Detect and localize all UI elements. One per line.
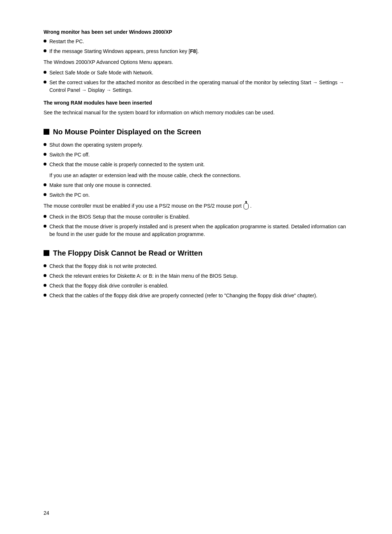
no-mouse-bullets-2: Make sure that only one mouse is connect…	[44, 182, 348, 199]
bullet-text: Select Safe Mode or Safe Mode with Netwo…	[49, 69, 348, 77]
ps2-text-after: .	[250, 203, 252, 209]
list-item: Check that the floppy disk drive control…	[44, 282, 348, 290]
wrong-monitor-title: Wrong monitor has been set under Windows…	[44, 29, 348, 35]
bullet-text: Check in the BIOS Setup that the mouse c…	[49, 213, 348, 221]
bullet-icon	[44, 284, 46, 287]
bullet-icon	[44, 163, 46, 166]
bullet-text: Shut down the operating system properly.	[49, 141, 348, 149]
floppy-heading-text: The Floppy Disk Cannot be Read or Writte…	[53, 249, 203, 257]
bullet-text: Restart the PC.	[49, 38, 348, 45]
mouse-port-icon	[244, 203, 249, 209]
list-item: Set the correct values for the attached …	[44, 79, 348, 94]
bullet-icon	[44, 264, 46, 267]
list-item: Switch the PC on.	[44, 191, 348, 199]
floppy-section: The Floppy Disk Cannot be Read or Writte…	[44, 249, 348, 299]
list-item: Restart the PC.	[44, 38, 348, 45]
no-mouse-heading-text: No Mouse Pointer Displayed on the Screen	[53, 128, 201, 136]
page-number: 24	[44, 510, 49, 516]
wrong-ram-title: The wrong RAM modules have been inserted	[44, 100, 348, 106]
wrong-ram-subsection: The wrong RAM modules have been inserted…	[44, 100, 348, 117]
section-square-icon	[44, 250, 49, 256]
bullet-icon	[44, 193, 46, 196]
section-square-icon	[44, 129, 49, 135]
bullet-text: Check that the mouse cable is properly c…	[49, 161, 348, 168]
list-item: Make sure that only one mouse is connect…	[44, 182, 348, 189]
list-item: If the message Starting Windows appears,…	[44, 48, 348, 55]
no-mouse-section: No Mouse Pointer Displayed on the Screen…	[44, 128, 348, 238]
bullet-icon	[44, 225, 46, 228]
page: Wrong monitor has been set under Windows…	[0, 0, 392, 534]
bullet-text: Check the relevant entries for Diskette …	[49, 272, 348, 280]
bullet-text: If the message Starting Windows appears,…	[49, 48, 348, 55]
wrong-monitor-subsection: Wrong monitor has been set under Windows…	[44, 29, 348, 94]
list-item: Check that the mouse cable is properly c…	[44, 161, 348, 168]
list-item: Shut down the operating system properly.	[44, 141, 348, 149]
bullet-text: Set the correct values for the attached …	[49, 79, 348, 94]
list-item: Check that the floppy disk is not write …	[44, 262, 348, 270]
list-item: Check in the BIOS Setup that the mouse c…	[44, 213, 348, 221]
bullet-text: Make sure that only one mouse is connect…	[49, 182, 348, 189]
bullet-text: Check that the floppy disk is not write …	[49, 262, 348, 270]
list-item: Switch the PC off.	[44, 151, 348, 159]
bullet-icon	[44, 71, 46, 74]
bullet-icon	[44, 294, 46, 297]
adapter-text: If you use an adapter or extension lead …	[49, 171, 348, 179]
bullet-text: Switch the PC on.	[49, 191, 348, 199]
floppy-bullets: Check that the floppy disk is not write …	[44, 262, 348, 299]
no-mouse-bullets-3: Check in the BIOS Setup that the mouse c…	[44, 213, 348, 238]
windows-menu-text: The Windows 2000/XP Advanced Options Men…	[44, 58, 348, 66]
bullet-icon	[44, 143, 46, 146]
wrong-monitor-bullets-2: Select Safe Mode or Safe Mode with Netwo…	[44, 69, 348, 94]
bullet-text: Check that the floppy disk drive control…	[49, 282, 348, 290]
floppy-heading: The Floppy Disk Cannot be Read or Writte…	[44, 249, 348, 257]
list-item: Check the relevant entries for Diskette …	[44, 272, 348, 280]
no-mouse-bullets-1: Shut down the operating system properly.…	[44, 141, 348, 168]
no-mouse-heading: No Mouse Pointer Displayed on the Screen	[44, 128, 348, 136]
wrong-ram-body: See the technical manual for the system …	[44, 109, 348, 117]
list-item: Select Safe Mode or Safe Mode with Netwo…	[44, 69, 348, 77]
bullet-text: Check that the cables of the floppy disk…	[49, 292, 348, 299]
list-item: Check that the cables of the floppy disk…	[44, 292, 348, 299]
ps2-text-before: The mouse controller must be enabled if …	[44, 203, 242, 209]
bullet-icon	[44, 215, 46, 218]
list-item: Check that the mouse driver is properly …	[44, 223, 348, 238]
wrong-monitor-section: Wrong monitor has been set under Windows…	[44, 29, 348, 117]
bullet-icon	[44, 153, 46, 156]
bullet-icon	[44, 49, 46, 52]
bullet-icon	[44, 183, 46, 186]
bullet-icon	[44, 40, 46, 42]
bullet-icon	[44, 274, 46, 277]
bullet-text: Switch the PC off.	[49, 151, 348, 159]
ps2-text: The mouse controller must be enabled if …	[44, 202, 348, 210]
bullet-icon	[44, 81, 46, 83]
bullet-text: Check that the mouse driver is properly …	[49, 223, 348, 238]
wrong-monitor-bullets-1: Restart the PC. If the message Starting …	[44, 38, 348, 55]
